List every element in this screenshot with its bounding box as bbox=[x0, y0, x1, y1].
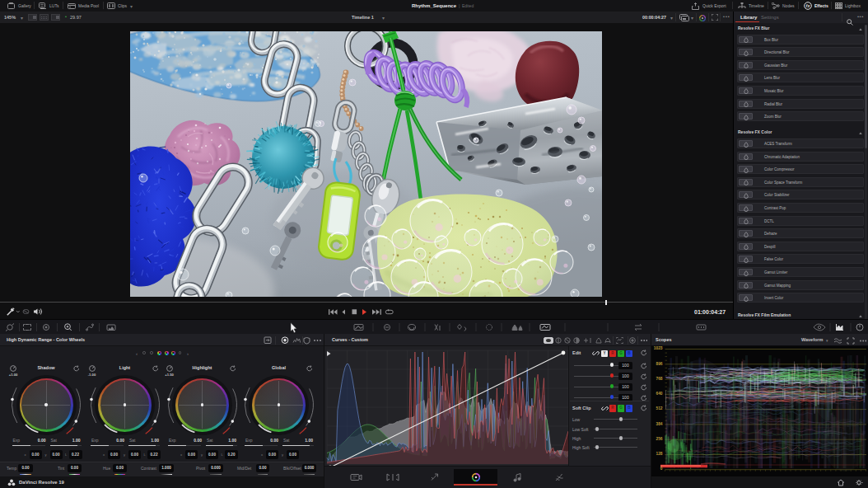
svg-text:fx: fx bbox=[806, 3, 811, 8]
